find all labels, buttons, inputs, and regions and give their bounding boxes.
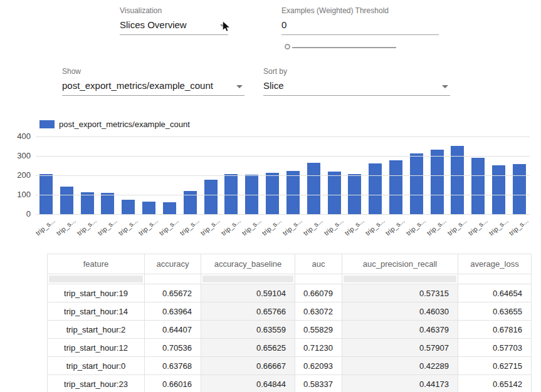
bar[interactable] xyxy=(431,150,444,214)
show-select[interactable]: post_export_metrics/example_count xyxy=(62,78,244,96)
x-axis-tick-label: trip_s... xyxy=(34,217,56,237)
metric-cell: 0.67816 xyxy=(458,321,532,339)
metric-cell: 0.42289 xyxy=(342,357,458,375)
column-header-auc[interactable]: auc xyxy=(295,254,342,274)
legend-label: post_export_metrics/example_count xyxy=(59,120,190,129)
bar[interactable] xyxy=(122,200,135,214)
x-axis-tick-label: trip_s... xyxy=(55,217,77,237)
x-axis-tick-label: trip_s... xyxy=(446,217,468,237)
x-tick: trip_s... xyxy=(468,215,488,243)
chart-plot-area: 0100200300400 xyxy=(36,137,530,214)
column-header-average_loss[interactable]: average_loss xyxy=(458,254,532,274)
bar[interactable] xyxy=(410,153,423,214)
x-tick: trip_s... xyxy=(303,215,324,243)
table-row: trip_start_hour:190.656720.591040.660790… xyxy=(48,284,532,302)
x-tick: trip_s... xyxy=(77,215,98,243)
bar[interactable] xyxy=(266,173,279,214)
bar[interactable] xyxy=(389,160,402,214)
sort-by-label: Sort by xyxy=(263,67,450,76)
filter-cell xyxy=(342,274,458,284)
sort-by-field: Sort by Slice xyxy=(263,67,450,96)
visualization-select[interactable]: Slices Overview xyxy=(120,17,228,35)
metric-cell: 0.66667 xyxy=(201,357,295,375)
x-axis-tick-label: trip_s... xyxy=(384,217,406,237)
x-tick: trip_s... xyxy=(344,215,365,243)
metric-cell: 0.63964 xyxy=(145,302,201,321)
x-tick: trip_s... xyxy=(139,215,159,243)
feature-cell: trip_start_hour:2 xyxy=(48,321,145,339)
x-tick: trip_s... xyxy=(448,215,468,243)
metric-cell: 0.57315 xyxy=(342,284,458,302)
filter-box xyxy=(344,276,456,282)
x-tick: trip_s... xyxy=(488,215,509,243)
bar[interactable] xyxy=(307,163,320,214)
x-axis-tick-label: trip_s... xyxy=(302,217,324,237)
bar[interactable] xyxy=(348,174,361,214)
gridline xyxy=(36,156,530,157)
column-header-accuracy_baseline[interactable]: accuracy_baseline xyxy=(201,254,295,274)
bar[interactable] xyxy=(60,187,73,214)
filter-cell xyxy=(458,274,532,284)
x-tick: trip_s... xyxy=(97,215,118,243)
bar[interactable] xyxy=(163,202,176,214)
x-axis-tick-label: trip_s... xyxy=(466,217,488,237)
metric-cell: 0.66079 xyxy=(295,284,342,302)
x-axis-tick-label: trip_s... xyxy=(261,217,283,237)
metric-cell: 0.55829 xyxy=(295,321,342,339)
table-row: trip_start_hour:140.639640.657660.630720… xyxy=(48,302,532,321)
visualization-select-value: Slices Overview xyxy=(120,19,187,30)
table-row: trip_start_hour:20.644070.635590.558290.… xyxy=(48,321,532,339)
y-axis-tick-label: 300 xyxy=(4,151,31,160)
metric-cell: 0.63768 xyxy=(145,357,201,375)
mouse-cursor-icon xyxy=(221,21,232,32)
metric-cell: 0.66016 xyxy=(145,375,201,392)
threshold-input[interactable] xyxy=(281,17,439,35)
x-tick: trip_s... xyxy=(159,215,180,243)
bar[interactable] xyxy=(142,202,155,214)
metrics-table: featureaccuracyaccuracy_baselineaucauc_p… xyxy=(47,254,532,392)
bar[interactable] xyxy=(471,158,485,214)
x-axis-tick-label: trip_s... xyxy=(96,217,118,237)
metric-cell: 0.59104 xyxy=(201,284,295,302)
feature-cell: trip_start_hour:23 xyxy=(48,375,145,392)
metric-cell: 0.57907 xyxy=(342,339,458,357)
bar[interactable] xyxy=(81,192,94,214)
slider-handle[interactable] xyxy=(285,44,290,49)
x-tick: trip_s... xyxy=(201,215,221,243)
bar[interactable] xyxy=(369,163,382,214)
x-axis-tick-label: trip_s... xyxy=(281,217,303,237)
x-tick: trip_s... xyxy=(221,215,241,243)
metric-cell: 0.63072 xyxy=(295,302,342,321)
x-tick: trip_s... xyxy=(427,215,448,243)
column-header-accuracy[interactable]: accuracy xyxy=(145,254,201,274)
threshold-slider[interactable] xyxy=(281,43,398,52)
x-axis-tick-label: trip_s... xyxy=(117,217,139,237)
bar[interactable] xyxy=(286,171,300,214)
metric-cell: 0.65142 xyxy=(458,375,532,392)
slicing-metrics-browser: Visualization Slices Overview Examples (… xyxy=(0,0,541,392)
y-axis-tick-label: 200 xyxy=(4,170,31,180)
column-header-feature[interactable]: feature xyxy=(48,254,145,274)
column-header-auc_precision_recall[interactable]: auc_precision_recall xyxy=(342,254,458,274)
metric-cell: 0.71230 xyxy=(295,339,342,357)
metric-cell: 0.65625 xyxy=(201,339,295,357)
x-tick: trip_s... xyxy=(36,215,56,243)
bar[interactable] xyxy=(204,180,218,214)
x-axis-tick-label: trip_s... xyxy=(179,217,201,237)
bar[interactable] xyxy=(101,193,114,214)
metric-cell: 0.63655 xyxy=(458,302,532,321)
bar[interactable] xyxy=(328,172,341,214)
sort-by-select[interactable]: Slice xyxy=(263,78,450,96)
bar[interactable] xyxy=(492,165,505,214)
metric-cell: 0.62093 xyxy=(295,357,342,375)
gridline xyxy=(36,195,530,195)
x-axis-tick-label: trip_s... xyxy=(137,217,159,237)
gridline xyxy=(36,175,530,176)
visualization-label: Visualization xyxy=(120,6,228,15)
x-axis-tick-label: trip_s... xyxy=(322,217,344,237)
x-axis-tick-label: trip_s... xyxy=(364,217,386,237)
metric-cell: 0.65766 xyxy=(201,302,295,321)
bar[interactable] xyxy=(513,164,526,214)
x-axis-tick-label: trip_s... xyxy=(405,217,427,237)
y-axis-tick-label: 0 xyxy=(4,209,31,219)
